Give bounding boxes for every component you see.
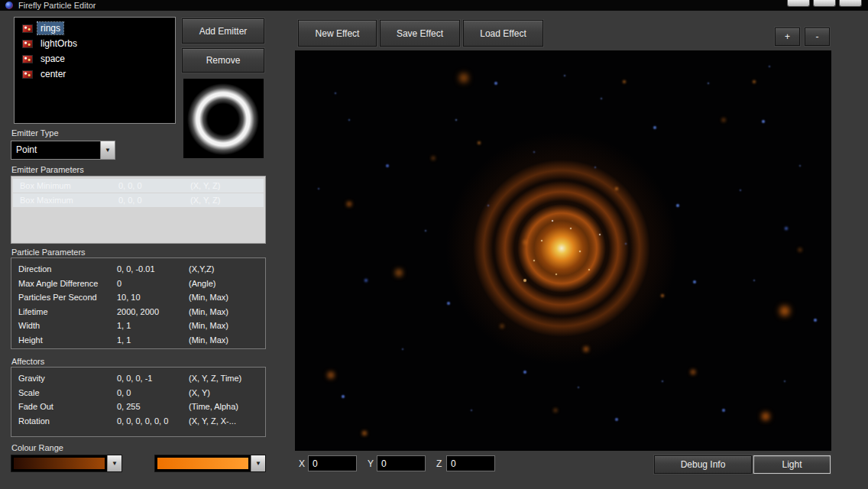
colour-end-dropdown[interactable]: ▼ <box>154 455 266 472</box>
emitter-list-item-center[interactable]: center <box>16 66 173 82</box>
param-name: Box Maximum <box>13 196 118 205</box>
affector-name: Gravity <box>11 374 117 383</box>
emitter-param-row[interactable]: Box Maximum 0, 0, 0 (X, Y, Z) <box>13 193 264 207</box>
param-row[interactable]: Lifetime 2000, 2000 (Min, Max) <box>11 305 265 319</box>
param-value: 1, 1 <box>117 335 189 345</box>
affector-hint: (Time, Alpha) <box>189 402 265 411</box>
param-row[interactable]: Direction 0, 0, -0.01 (X,Y,Z) <box>11 262 265 277</box>
param-hint: (Min, Max) <box>189 335 265 345</box>
emitter-texture-preview <box>183 79 264 158</box>
param-row[interactable]: Max Angle Difference 0 (Angle) <box>11 277 265 291</box>
chevron-down-icon[interactable]: ▼ <box>251 455 265 471</box>
emitter-type-dropdown[interactable]: Point ▼ <box>11 141 115 160</box>
param-hint: (Angle) <box>189 279 265 288</box>
param-value: 2000, 2000 <box>117 307 189 316</box>
app-icon <box>5 2 13 9</box>
save-effect-button[interactable]: Save Effect <box>380 20 460 47</box>
emitter-param-row[interactable]: Box Minimum 0, 0, 0 (X, Y, Z) <box>13 179 264 193</box>
emitter-item-label: lightOrbs <box>37 37 80 50</box>
zoom-out-button[interactable]: - <box>805 28 830 46</box>
emitter-list-item-lightorbs[interactable]: lightOrbs <box>16 36 173 51</box>
x-input[interactable] <box>308 455 357 471</box>
param-value: 0, 0, 0 <box>118 181 190 190</box>
affector-hint: (X, Y) <box>189 388 265 397</box>
close-button[interactable] <box>839 0 862 7</box>
emitter-list-item-space[interactable]: space <box>16 51 173 66</box>
param-hint: (X, Y, Z) <box>190 181 264 190</box>
param-name: Direction <box>11 264 117 274</box>
param-row[interactable]: Width 1, 1 (Min, Max) <box>11 319 265 333</box>
z-input[interactable] <box>446 455 495 471</box>
affector-row[interactable]: Gravity 0, 0, 0, -1 (X, Y, Z, Time) <box>11 371 265 386</box>
affector-value: 0, 0 <box>117 388 189 397</box>
param-name: Height <box>11 335 117 345</box>
emitter-item-label: space <box>37 53 68 65</box>
chevron-down-icon[interactable]: ▼ <box>100 141 115 159</box>
add-emitter-button[interactable]: Add Emitter <box>182 18 264 44</box>
param-value: 10, 10 <box>117 293 189 302</box>
param-row[interactable]: Height 1, 1 (Min, Max) <box>11 333 265 348</box>
affector-hint: (X, Y, Z, Time) <box>189 374 265 383</box>
y-label: Y <box>368 458 374 469</box>
y-input[interactable] <box>377 455 426 471</box>
zoom-in-button[interactable]: + <box>775 28 800 46</box>
new-effect-button[interactable]: New Effect <box>298 20 377 47</box>
emitter-type-label: Emitter Type <box>11 128 59 138</box>
z-label: Z <box>436 458 442 469</box>
affector-value: 0, 0, 0, -1 <box>117 374 189 383</box>
x-label: X <box>299 458 305 469</box>
affector-name: Rotation <box>11 416 117 426</box>
param-hint: (X,Y,Z) <box>189 264 265 274</box>
load-effect-button[interactable]: Load Effect <box>463 20 543 47</box>
param-hint: (Min, Max) <box>189 321 265 330</box>
debug-info-button[interactable]: Debug Info <box>654 455 752 474</box>
remove-emitter-button[interactable]: Remove <box>182 48 264 73</box>
particle-effect-rings <box>295 50 831 451</box>
emitter-type-value: Point <box>11 141 100 159</box>
app-window: Firefly Particle Editor rings lightOrbs … <box>0 0 868 489</box>
affector-name: Scale <box>11 388 117 397</box>
affectors-table[interactable]: Gravity 0, 0, 0, -1 (X, Y, Z, Time) Scal… <box>11 367 266 437</box>
emitter-parameters-label: Emitter Parameters <box>11 165 84 174</box>
window-controls <box>787 0 862 7</box>
emitter-parameters-table[interactable]: Box Minimum 0, 0, 0 (X, Y, Z) Box Maximu… <box>11 176 266 244</box>
param-hint: (Min, Max) <box>189 293 265 302</box>
minimize-button[interactable] <box>787 0 810 7</box>
maximize-button[interactable] <box>813 0 836 7</box>
particle-parameters-label: Particle Parameters <box>11 248 86 257</box>
window-title: Firefly Particle Editor <box>18 0 96 11</box>
param-value: 0, 0, -0.01 <box>117 264 189 274</box>
affectors-label: Affectors <box>11 357 44 366</box>
emitter-icon <box>22 70 33 79</box>
colour-range-label: Colour Range <box>11 443 63 452</box>
affector-value: 0, 255 <box>117 402 189 411</box>
titlebar: Firefly Particle Editor <box>0 0 868 11</box>
emitter-icon <box>22 55 33 63</box>
affector-hint: (X, Y, Z, X-... <box>189 416 265 426</box>
affector-row[interactable]: Fade Out 0, 255 (Time, Alpha) <box>11 400 265 414</box>
param-row[interactable]: Particles Per Second 10, 10 (Min, Max) <box>11 290 265 305</box>
param-hint: (Min, Max) <box>189 307 265 316</box>
param-value: 0 <box>117 279 189 288</box>
particle-viewport[interactable] <box>295 50 831 451</box>
emitter-icon <box>22 40 33 48</box>
affector-row[interactable]: Rotation 0, 0, 0, 0, 0, 0 (X, Y, Z, X-..… <box>11 414 265 429</box>
affector-value: 0, 0, 0, 0, 0, 0 <box>117 416 189 426</box>
colour-start-dropdown[interactable]: ▼ <box>11 455 122 472</box>
param-name: Max Angle Difference <box>11 279 117 288</box>
colour-end-swatch <box>157 457 249 470</box>
param-name: Lifetime <box>11 307 117 316</box>
affector-row[interactable]: Scale 0, 0 (X, Y) <box>11 386 265 400</box>
emitter-list-item-rings[interactable]: rings <box>16 21 173 36</box>
param-hint: (X, Y, Z) <box>190 196 264 205</box>
client-area: rings lightOrbs space center Add Emitter… <box>0 11 868 489</box>
chevron-down-icon[interactable]: ▼ <box>107 455 121 471</box>
center-speckles <box>295 50 296 52</box>
colour-start-swatch <box>13 457 105 470</box>
light-button[interactable]: Light <box>753 455 831 474</box>
affector-name: Fade Out <box>11 402 117 411</box>
emitter-icon <box>22 24 33 33</box>
emitter-list[interactable]: rings lightOrbs space center <box>14 17 176 124</box>
particle-parameters-table[interactable]: Direction 0, 0, -0.01 (X,Y,Z) Max Angle … <box>11 257 266 349</box>
emitter-item-label: rings <box>37 22 63 34</box>
